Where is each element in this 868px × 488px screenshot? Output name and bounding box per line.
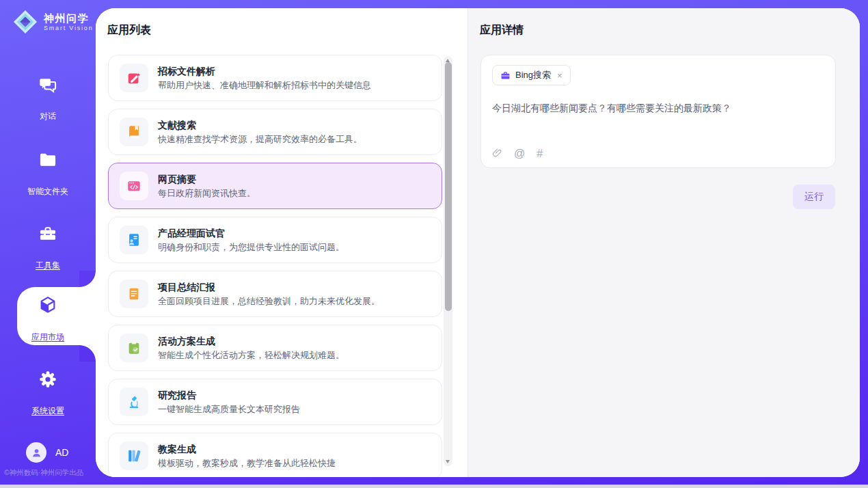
app-card-title: 文献搜索 [158,120,362,130]
bottom-strip [0,485,868,488]
folder-icon [0,150,96,170]
scroll-down-arrow-icon[interactable] [446,460,450,463]
sidebar-item-label: 应用市场 [31,331,64,343]
sidebar-item-label: 工具集 [36,260,60,271]
paperclip-icon[interactable] [492,148,502,159]
app-detail-pane: 应用详情 Bing搜索 × 今日湖北有哪些新闻要点？有哪些需要关注的最新政策？ … [467,8,860,477]
app-card-desc: 快速精准查找学术资源，提高研究效率的必备工具。 [158,135,362,144]
microscope-icon [120,388,148,416]
sidebar-item-app-market[interactable]: 应用市场 [0,295,96,343]
document-person-icon [120,226,148,254]
prompt-input[interactable]: 今日湖北有哪些新闻要点？有哪些需要关注的最新政策？ [492,101,824,115]
app-card-desc: 一键智能生成高质量长文本研究报告 [158,405,300,414]
app-card-desc: 模板驱动，教案秒成，教学准备从此轻松快捷 [158,459,336,467]
app-card-desc: 明确身份和职责，为您提供专业性的面试问题。 [158,243,344,252]
app-card-title: 产品经理面试官 [158,228,344,238]
sidebar-item-toolset[interactable]: 工具集 [0,224,96,271]
brand-name: 神州问学 [44,12,93,25]
tool-chip-label: Bing搜索 [515,69,551,81]
brand-subtitle: Smart Vision [44,25,93,31]
prompt-card: Bing搜索 × 今日湖北有哪些新闻要点？有哪些需要关注的最新政策？ @ # [480,55,836,168]
brand-logo: 神州问学 Smart Vision [12,9,93,35]
app-card-literature-search[interactable]: 文献搜索 快速精准查找学术资源，提高研究效率的必备工具。 [108,109,442,155]
app-list-title: 应用列表 [107,23,151,38]
scrollbar-thumb[interactable] [445,62,452,311]
attachment-toolbar: @ # [492,148,543,159]
app-card-event-plan[interactable]: 活动方案生成 智能生成个性化活动方案，轻松解决规划难题。 [108,325,442,371]
app-list-scroll-area: 招标文件解析 帮助用户快速、准确地理解和解析招标书中的关键信息 文献搜索 快速精… [96,55,467,477]
sidebar: 神州问学 Smart Vision 对话 智能文件夹 [0,0,96,488]
gear-icon [0,370,96,389]
person-icon [31,447,42,459]
app-card-research-report[interactable]: 研究报告 一键智能生成高质量长文本研究报告 [108,379,442,425]
hash-tag-icon[interactable]: # [537,148,543,159]
app-card-desc: 帮助用户快速、准确地理解和解析招标书中的关键信息 [158,81,371,90]
app-card-desc: 智能生成个性化活动方案，轻松解决规划难题。 [158,351,344,360]
sidebar-item-settings[interactable]: 系统设置 [0,370,96,417]
run-button[interactable]: 运行 [793,185,835,209]
main-content: 应用列表 招标文件解析 帮助用户快速、准确地理解和解析招标书中的关键信息 [96,8,860,477]
sidebar-item-chat[interactable]: 对话 [0,75,96,122]
scrollbar[interactable] [444,56,452,466]
briefcase-icon [500,70,511,81]
toolbox-icon [0,224,96,243]
app-list-pane: 应用列表 招标文件解析 帮助用户快速、准确地理解和解析招标书中的关键信息 [96,8,467,477]
book-icon [120,118,148,146]
books-icon [120,442,148,470]
app-card-title: 项目总结汇报 [158,282,380,292]
app-card-tender-parse[interactable]: 招标文件解析 帮助用户快速、准确地理解和解析招标书中的关键信息 [108,55,442,101]
app-card-title: 教案生成 [158,444,336,454]
avatar [26,442,46,463]
app-card-project-summary[interactable]: 项目总结汇报 全面回顾项目进展，总结经验教训，助力未来优化发展。 [108,271,442,317]
sidebar-item-smart-folder[interactable]: 智能文件夹 [0,150,96,198]
app-card-title: 研究报告 [158,390,300,400]
sidebar-item-label: 系统设置 [31,405,64,417]
sidebar-item-label: 对话 [40,111,56,122]
sidebar-item-label: 智能文件夹 [27,186,68,198]
user-account[interactable]: AD [26,442,68,463]
app-detail-title: 应用详情 [480,23,524,38]
app-card-title: 招标文件解析 [158,66,371,76]
app-card-title: 网页摘要 [158,174,256,184]
diamond-logo-icon [12,9,38,35]
sidebar-footer: ©神州数码·神州问学出品 [4,468,94,478]
app-card-pm-interviewer[interactable]: 产品经理面试官 明确身份和职责，为您提供专业性的面试问题。 [108,217,442,263]
app-card-web-summary[interactable]: 网页摘要 每日政府新闻资讯快查。 [108,163,442,209]
chat-icon [0,75,96,94]
user-name: AD [55,447,68,458]
at-mention-icon[interactable]: @ [514,148,525,159]
app-card-desc: 全面回顾项目进展，总结经验教训，助力未来优化发展。 [158,297,380,306]
app-card-desc: 每日政府新闻资讯快查。 [158,189,256,198]
report-doc-icon [120,280,148,308]
app-card-title: 活动方案生成 [158,336,344,346]
cube-icon [0,295,96,315]
tool-chip-bing-search[interactable]: Bing搜索 × [492,65,571,85]
clipboard-check-icon [120,334,148,362]
edit-square-icon [120,64,148,92]
app-card-lesson-plan[interactable]: 教案生成 模板驱动，教案秒成，教学准备从此轻松快捷 [108,433,442,477]
browser-code-icon [120,172,148,200]
chip-close-icon[interactable]: × [557,70,562,81]
